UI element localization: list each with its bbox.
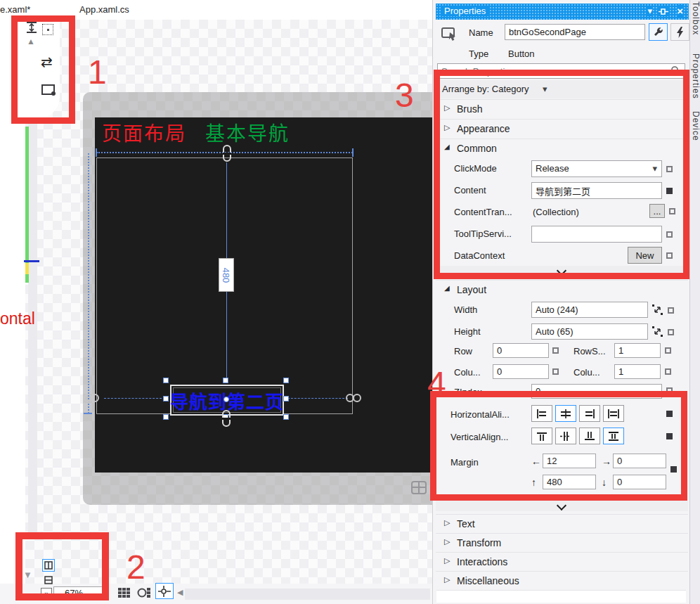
tooltip-input[interactable] bbox=[531, 226, 662, 243]
content-input[interactable] bbox=[531, 182, 662, 199]
snap-to-grid-icon[interactable] bbox=[137, 587, 151, 598]
halign-right-button[interactable] bbox=[579, 405, 600, 422]
margin-bottom-input[interactable] bbox=[613, 475, 666, 489]
document-tab-bar: e.xaml* App.xaml.cs bbox=[0, 0, 432, 20]
valign-center-button[interactable] bbox=[555, 428, 576, 444]
valign-stretch-button[interactable] bbox=[603, 428, 624, 444]
collection-editor-button[interactable]: ... bbox=[649, 204, 665, 218]
right-anchor-chain-icon2[interactable] bbox=[353, 394, 361, 402]
category-interactions[interactable]: ▷ Interactions bbox=[436, 552, 688, 571]
rowspan-input[interactable] bbox=[614, 343, 661, 358]
category-text[interactable]: ▷ Text bbox=[436, 514, 688, 533]
columnspan-marker[interactable] bbox=[665, 368, 671, 375]
split-preview-icon[interactable] bbox=[41, 84, 55, 95]
width-input[interactable] bbox=[531, 302, 648, 318]
sidetab-properties[interactable]: Properties bbox=[691, 53, 700, 99]
datacontext-marker[interactable] bbox=[666, 252, 673, 259]
category-miscellaneous[interactable]: ▷ Miscellaneous bbox=[436, 571, 688, 590]
horizontal-scrollbar[interactable] bbox=[185, 589, 430, 600]
bottom-anchor-chain-icon[interactable] bbox=[222, 410, 231, 427]
height-input[interactable] bbox=[531, 323, 648, 340]
size-mode-icon[interactable] bbox=[652, 326, 663, 337]
category-common[interactable]: ◢ Common bbox=[436, 139, 688, 158]
height-label: Height bbox=[454, 326, 481, 337]
margin-right-input[interactable] bbox=[613, 454, 666, 468]
rowspan-marker[interactable] bbox=[665, 347, 671, 354]
expand-code-icon[interactable]: ▼ bbox=[23, 570, 32, 580]
category-transform[interactable]: ▷ Transform bbox=[436, 533, 688, 552]
sidetab-toolbox[interactable]: Toolbox bbox=[691, 1, 700, 35]
layout-more-row[interactable] bbox=[436, 501, 688, 511]
tooltip-marker[interactable] bbox=[666, 231, 673, 238]
resize-handle-nw[interactable] bbox=[163, 378, 169, 383]
swap-panes-icon[interactable]: ⇄ bbox=[41, 53, 53, 70]
arrange-by-bar[interactable]: Arrange by: Category ▾ bbox=[436, 80, 689, 98]
row-marker[interactable] bbox=[552, 347, 559, 354]
valign-top-button[interactable] bbox=[531, 428, 552, 444]
column-marker[interactable] bbox=[552, 368, 559, 375]
top-anchor-chain-icon[interactable] bbox=[223, 145, 231, 162]
height-marker[interactable] bbox=[668, 329, 674, 335]
resize-handle-e[interactable] bbox=[283, 396, 289, 401]
column-input[interactable] bbox=[493, 364, 549, 379]
category-brush[interactable]: ▷ Brush bbox=[436, 99, 688, 118]
pin-icon[interactable] bbox=[658, 7, 669, 16]
resize-handle-s[interactable] bbox=[283, 414, 289, 420]
panel-menu-icon[interactable]: ▾ bbox=[647, 6, 652, 16]
search-input[interactable] bbox=[437, 63, 685, 79]
category-appearance[interactable]: ▷ Appearance bbox=[436, 119, 688, 138]
design-view-icon[interactable] bbox=[42, 24, 53, 35]
size-mode-icon[interactable] bbox=[652, 304, 663, 315]
expand-collapse-button[interactable]: » bbox=[41, 588, 52, 598]
clickmode-marker[interactable] bbox=[666, 166, 673, 172]
margin-left-input[interactable] bbox=[543, 454, 596, 468]
tab-xaml[interactable]: e.xaml* bbox=[0, 4, 30, 15]
resize-handle-w[interactable] bbox=[163, 396, 169, 401]
collapse-pane-icon[interactable]: ▲ bbox=[27, 37, 35, 46]
halign-center-button[interactable] bbox=[555, 405, 576, 422]
valign-bottom-button[interactable] bbox=[579, 428, 600, 444]
common-more-row[interactable] bbox=[436, 266, 688, 277]
category-miscellaneous-label: Miscellaneous bbox=[457, 575, 519, 586]
show-grid-icon[interactable] bbox=[117, 587, 131, 598]
scroll-left-arrow-icon[interactable]: ◀ bbox=[177, 588, 183, 597]
close-icon[interactable]: × bbox=[677, 5, 683, 17]
row-input[interactable] bbox=[493, 343, 549, 358]
category-layout[interactable]: ◢ Layout bbox=[436, 280, 688, 299]
margin-marker[interactable] bbox=[670, 466, 677, 473]
snaplines-toggle-button[interactable] bbox=[155, 583, 174, 599]
horizontal-split-button[interactable] bbox=[42, 574, 55, 586]
left-anchor-chain-icon2[interactable] bbox=[91, 394, 99, 402]
resize-handle-n[interactable] bbox=[223, 378, 228, 383]
sidetab-device[interactable]: Device bbox=[691, 111, 700, 141]
element-selector-icon[interactable] bbox=[441, 27, 458, 42]
panel-footer-field[interactable] bbox=[436, 590, 686, 603]
resize-handle-sw[interactable] bbox=[163, 414, 169, 420]
window-grid-icon[interactable] bbox=[411, 481, 427, 494]
margin-top-input[interactable] bbox=[543, 475, 596, 489]
properties-panel-header[interactable]: Properties ▾ × bbox=[436, 4, 689, 20]
halign-left-button[interactable] bbox=[531, 405, 552, 422]
columnspan-input[interactable] bbox=[614, 364, 661, 379]
halign-stretch-button[interactable] bbox=[603, 405, 624, 422]
width-marker[interactable] bbox=[668, 307, 674, 314]
halign-marker[interactable] bbox=[666, 411, 673, 417]
zoom-level-input[interactable] bbox=[53, 586, 106, 600]
content-marker[interactable] bbox=[666, 188, 673, 194]
horizontal-split-icon[interactable] bbox=[25, 21, 38, 34]
margin-value-label: 480 bbox=[219, 258, 234, 292]
zindex-input[interactable] bbox=[531, 384, 662, 399]
valign-marker[interactable] bbox=[666, 433, 673, 439]
datacontext-new-button[interactable]: New bbox=[628, 247, 662, 264]
contenttransitions-marker[interactable] bbox=[669, 208, 675, 214]
type-value: Button bbox=[508, 49, 535, 59]
clickmode-combobox[interactable]: Release ▾ bbox=[531, 160, 662, 177]
property-marker-button[interactable] bbox=[649, 23, 668, 41]
tab-app-xaml-cs[interactable]: App.xaml.cs bbox=[79, 4, 129, 15]
events-button[interactable] bbox=[670, 23, 689, 41]
name-input[interactable] bbox=[505, 24, 645, 40]
resize-handle-ne[interactable] bbox=[283, 378, 289, 383]
zindex-marker[interactable] bbox=[666, 387, 673, 394]
category-common-label: Common bbox=[457, 143, 497, 154]
vertical-split-button[interactable] bbox=[42, 559, 55, 572]
